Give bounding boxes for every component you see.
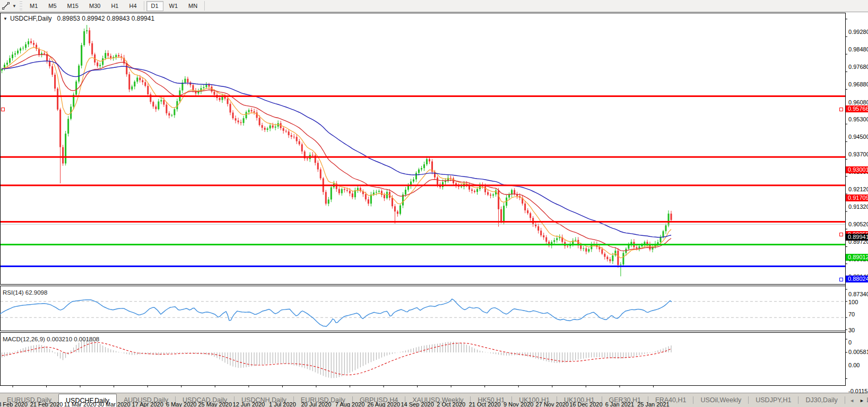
chart-title: ▼ USDCHF,Daily 0.89853 0.89942 0.89843 0… xyxy=(3,15,154,22)
timeframe-button-h4[interactable]: H4 xyxy=(124,1,141,11)
date-tick-label: 20 Jul 2020 xyxy=(301,401,331,407)
price-line-tag[interactable]: 0.93001 xyxy=(846,166,868,173)
line-anchor-handle[interactable] xyxy=(839,278,843,281)
timeframe-button-group: M1M5M15M30H1H4D1W1MN xyxy=(24,1,206,11)
rsi-tick-label: 70 xyxy=(848,311,868,317)
tabs-scroll-left-icon[interactable]: ◄ xyxy=(847,397,857,404)
price-line-tag[interactable]: 0.89012 xyxy=(846,254,868,261)
chart-tab-dj30-daily[interactable]: DJ30,Daily xyxy=(798,393,844,407)
price-tick-label: 0.93700 xyxy=(848,151,868,157)
price-tick-label: 0.96080 xyxy=(848,99,868,105)
rsi-indicator-label: RSI(14) 62.9098 xyxy=(3,289,47,296)
date-tick-label: 25 Jan 2021 xyxy=(637,401,670,407)
drawing-tool-icon[interactable] xyxy=(1,1,11,11)
date-tick-label: 21 Feb 2020 xyxy=(30,401,63,407)
price-line-tag[interactable]: 0.89941 xyxy=(846,234,868,241)
rsi-tick-label: 0 xyxy=(848,339,868,346)
macd-tick-label: 0.00 xyxy=(848,362,868,368)
macd-tick-label: 0.005818 xyxy=(848,349,868,355)
chart-ohlc-values: 0.89853 0.89942 0.89843 0.89941 xyxy=(57,15,155,22)
price-tick-label: 0.91320 xyxy=(848,204,868,210)
timeframe-button-m15[interactable]: M15 xyxy=(63,1,83,11)
timeframe-button-m5[interactable]: M5 xyxy=(44,1,61,11)
chart-canvas[interactable] xyxy=(0,13,868,393)
rsi-tick-label: 30 xyxy=(848,327,868,333)
date-tick-label: 30 Mar 2020 xyxy=(98,401,131,407)
date-tick-label: 1 Jul 2020 xyxy=(269,401,296,407)
date-tick-label: 16 Dec 2020 xyxy=(569,401,602,407)
chart-symbol-period: USDCHF,Daily xyxy=(10,15,52,22)
date-tick-label: 14 Sep 2020 xyxy=(401,401,433,407)
date-tick-label: 12 Jun 2020 xyxy=(233,401,265,407)
date-tick-label: 6 May 2020 xyxy=(166,401,196,407)
price-tick-label: 0.92120 xyxy=(848,186,868,192)
date-tick-label: 3 Feb 2020 xyxy=(0,401,28,407)
price-tick-label: 0.96880 xyxy=(848,81,868,87)
price-line-tag[interactable]: 0.88024 xyxy=(846,276,868,282)
date-tick-label: 17 Apr 2020 xyxy=(132,401,163,407)
date-tick-label: 27 Nov 2020 xyxy=(536,401,569,407)
chart-title-collapse-icon[interactable]: ▼ xyxy=(3,16,7,21)
date-tick-label: 26 Aug 2020 xyxy=(367,401,400,407)
date-tick-label: 7 Aug 2020 xyxy=(335,401,365,407)
price-tick-label: 0.95300 xyxy=(848,116,868,122)
date-tick-label: 21 Oct 2020 xyxy=(469,401,501,407)
date-tick-label: 25 May 2020 xyxy=(198,401,232,407)
top-toolbar: ▼ M1M5M15M30H1H4D1W1MN xyxy=(0,0,868,12)
line-anchor-handle[interactable] xyxy=(1,108,5,111)
timeframe-button-d1[interactable]: D1 xyxy=(146,1,163,11)
chart-window[interactable]: ▼ USDCHF,Daily 0.89853 0.89942 0.89843 0… xyxy=(0,13,868,393)
price-tick-label: 0.98480 xyxy=(848,46,868,52)
price-tick-label: 0.94500 xyxy=(848,134,868,140)
price-tick-label: 0.90520 xyxy=(848,221,868,227)
timeframe-button-h1[interactable]: H1 xyxy=(106,1,123,11)
chart-tab-usoil-weekly[interactable]: USOil,Weekly xyxy=(693,393,748,407)
timeframe-button-w1[interactable]: W1 xyxy=(164,1,183,11)
price-line-tag[interactable]: 0.95766 xyxy=(846,105,868,112)
rsi-tick-label: 100 xyxy=(848,299,868,305)
date-tick-label: 11 Mar 2020 xyxy=(64,401,97,407)
price-line-tag[interactable]: 0.91709 xyxy=(846,194,868,201)
chart-tab-usdjpy-h1[interactable]: USDJPY,H1 xyxy=(749,393,798,407)
macd-indicator-label: MACD(12,26,9) 0.003210 0.001808 xyxy=(3,336,99,342)
tabs-scroll-right-icon[interactable]: ► xyxy=(857,397,867,404)
timeframe-button-m1[interactable]: M1 xyxy=(25,1,42,11)
price-tick-label: 0.97680 xyxy=(848,64,868,70)
drawing-tool-dropdown-icon[interactable]: ▼ xyxy=(11,4,18,8)
date-tick-label: 6 Jan 2021 xyxy=(605,401,634,407)
line-anchor-handle[interactable] xyxy=(839,108,843,111)
price-tick-label: 0.87340 xyxy=(848,291,868,297)
timeframe-button-m30[interactable]: M30 xyxy=(84,1,105,11)
date-tick-label: 9 Nov 2020 xyxy=(504,401,533,407)
timeframe-button-mn[interactable]: MN xyxy=(184,1,202,11)
date-tick-label: 2 Oct 2020 xyxy=(437,401,465,407)
toolbar-drag-handle[interactable] xyxy=(20,2,22,10)
line-anchor-handle[interactable] xyxy=(839,233,843,236)
price-tick-label: 0.99280 xyxy=(848,29,868,35)
